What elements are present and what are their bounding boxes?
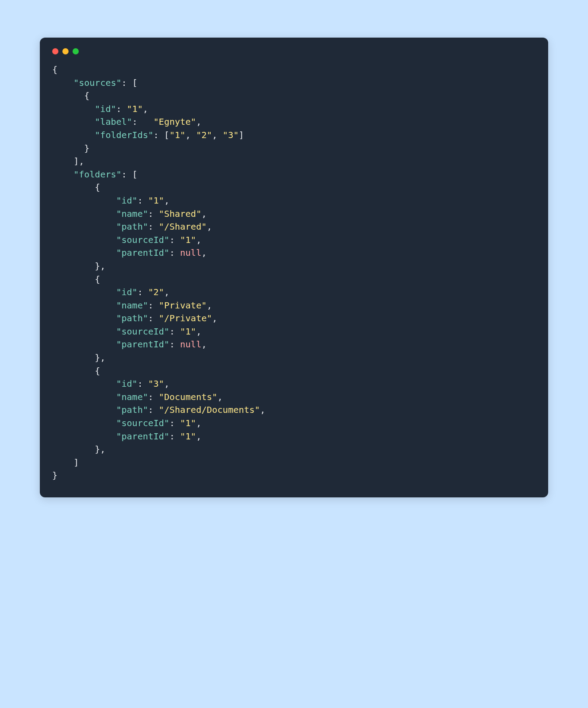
minimize-icon[interactable] (62, 48, 69, 54)
close-icon[interactable] (52, 48, 58, 54)
code-content: { "sources": [ { "id": "1", "label": "Eg… (52, 63, 536, 482)
code-window: { "sources": [ { "id": "1", "label": "Eg… (40, 38, 548, 497)
window-titlebar (52, 46, 536, 63)
zoom-icon[interactable] (73, 48, 79, 54)
